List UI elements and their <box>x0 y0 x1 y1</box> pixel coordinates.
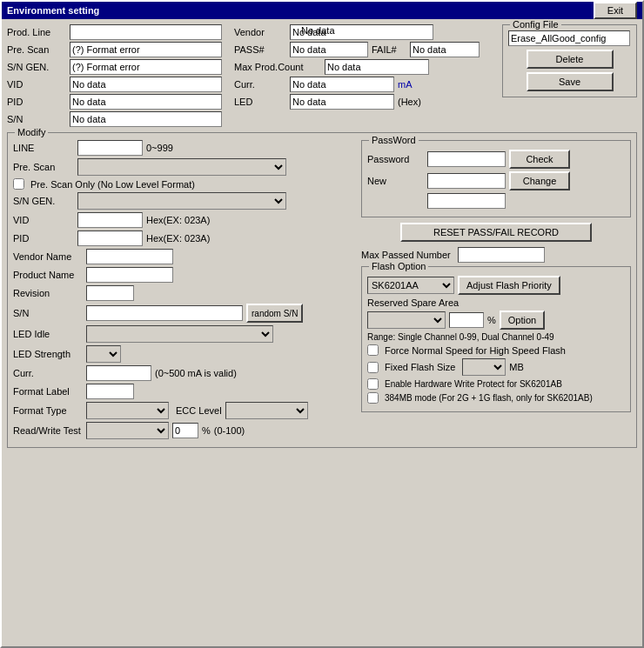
exit-button[interactable]: Exit <box>594 2 637 19</box>
line-row: LINE 0~999 <box>13 140 356 156</box>
force-normal-checkbox[interactable] <box>367 344 379 356</box>
title-bar-buttons: Exit <box>594 2 637 19</box>
curr-label: Curr. <box>234 79 286 90</box>
pid-hint: Hex(EX: 023A) <box>146 233 210 244</box>
pass-input[interactable] <box>290 42 368 57</box>
window-title: Environment setting <box>7 5 99 16</box>
modify-pre-scan-select[interactable] <box>77 158 286 176</box>
main-window: Environment setting Exit Prod. Line Vend… <box>0 0 644 648</box>
pre-scan-input[interactable] <box>70 42 222 57</box>
config-file-input[interactable] <box>508 30 630 46</box>
range-label: Range: Single Channel 0-99, Dual Channel… <box>367 332 554 342</box>
vendor-input[interactable] <box>290 24 433 40</box>
sn-gen-input[interactable] <box>70 59 222 75</box>
curr-input[interactable] <box>290 77 394 92</box>
fixed-flash-select[interactable] <box>462 358 506 376</box>
curr-hint: (0~500 mA is valid) <box>155 368 237 378</box>
led-idle-select[interactable] <box>86 325 273 343</box>
vendor-name-input[interactable] <box>86 249 173 264</box>
reserved-spare-select[interactable] <box>367 311 446 329</box>
flash-device-select[interactable]: SK6201AA <box>367 277 454 294</box>
force-normal-label: Force Normal Speed for High Speed Flash <box>385 345 566 356</box>
max-passed-input[interactable] <box>458 247 545 263</box>
product-name-label: Product Name <box>13 270 83 280</box>
ecc-level-select[interactable] <box>225 402 308 419</box>
random-sn-button[interactable]: random S/N <box>246 304 303 323</box>
modify-sn-input[interactable] <box>86 305 243 321</box>
modify-content: LINE 0~999 Pre. Scan Pre. Scan Only (No … <box>13 140 631 442</box>
revision-input[interactable] <box>86 285 134 301</box>
line-range: 0~999 <box>146 143 173 153</box>
config-file-buttons: Delete Save <box>508 50 631 91</box>
adjust-flash-button[interactable]: Adjust Flash Priority <box>458 276 560 295</box>
led-idle-label: LED Idle <box>13 329 83 339</box>
format-type-select[interactable] <box>86 402 169 419</box>
modify-pid-input[interactable] <box>77 230 143 246</box>
max-passed-label: Max Passed Number <box>361 250 451 260</box>
modify-pre-scan-row: Pre. Scan <box>13 158 356 176</box>
modify-vid-input[interactable] <box>77 212 143 228</box>
rw-test-select[interactable] <box>86 422 169 439</box>
new-password-label: New <box>367 176 424 186</box>
max-prod-label: Max Prod.Count <box>234 62 321 72</box>
reset-button[interactable]: RESET PASS/FAIL RECORD <box>400 223 592 242</box>
revision-row: Revision <box>13 285 356 301</box>
modify-curr-row: Curr. (0~500 mA is valid) <box>13 365 356 381</box>
hw-protect-checkbox[interactable] <box>367 378 379 390</box>
led-input[interactable] <box>290 94 394 110</box>
vendor-name-row: Vendor Name <box>13 249 356 264</box>
hw-protect-row: Enable Hardware Write Protect for SK6201… <box>367 378 625 390</box>
led-strength-label: LED Strength <box>13 349 83 359</box>
modify-label: Modify <box>15 127 48 137</box>
save-button[interactable]: Save <box>527 72 614 91</box>
modify-sn-gen-row: S/N GEN. <box>13 192 356 210</box>
config-file-label: Config File <box>510 19 561 30</box>
option-button[interactable]: Option <box>500 311 545 330</box>
confirm-password-input[interactable] <box>427 193 506 209</box>
reserved-spare-value[interactable] <box>449 312 484 328</box>
max-prod-input[interactable] <box>325 59 429 75</box>
confirm-password-row <box>367 193 625 209</box>
modify-sn-label: S/N <box>13 308 83 318</box>
pass-label: PASS# <box>234 44 286 55</box>
hw-protect-label: Enable Hardware Write Protect for SK6201… <box>385 379 562 389</box>
change-button[interactable]: Change <box>509 171 570 190</box>
check-button[interactable]: Check <box>509 150 570 169</box>
line-input[interactable] <box>77 140 143 156</box>
led-label: LED <box>234 97 286 107</box>
pre-scan-only-checkbox[interactable] <box>13 178 24 190</box>
modify-pid-row: PID Hex(EX: 023A) <box>13 230 356 246</box>
format-label-input[interactable] <box>86 384 134 399</box>
fail-input[interactable] <box>410 42 480 57</box>
led-strength-select[interactable] <box>86 345 121 363</box>
rw-test-value[interactable] <box>172 423 198 438</box>
led-unit: (Hex) <box>398 97 421 107</box>
flash-option-group: Flash Option SK6201AA Adjust Flash Prior… <box>361 266 631 412</box>
format-type-label: Format Type <box>13 405 83 416</box>
modify-right: PassWord Password Check New Change <box>361 140 631 442</box>
modify-sn-gen-select[interactable] <box>77 192 286 210</box>
pre-scan-only-label: Pre. Scan Only (No Low Level Format) <box>30 179 195 190</box>
new-password-input[interactable] <box>427 173 506 189</box>
prod-line-input[interactable] <box>70 24 222 40</box>
mode-384-checkbox[interactable] <box>367 392 379 404</box>
vid-input[interactable] <box>70 77 222 92</box>
fail-label: FAIL# <box>372 44 406 55</box>
pid-input[interactable] <box>70 94 222 110</box>
sn-input[interactable] <box>70 111 222 127</box>
range-row: Range: Single Channel 0-99, Dual Channel… <box>367 332 625 342</box>
sn-row: S/N <box>7 111 599 127</box>
percent-unit: % <box>487 315 496 325</box>
modify-section: Modify LINE 0~999 Pre. Scan <box>7 132 637 448</box>
revision-label: Revision <box>13 288 83 298</box>
delete-button[interactable]: Delete <box>527 50 614 69</box>
pid-label: PID <box>7 97 66 107</box>
password-input[interactable] <box>427 151 506 167</box>
sn-label: S/N <box>7 114 66 124</box>
product-name-input[interactable] <box>86 267 173 283</box>
fixed-flash-checkbox[interactable] <box>367 362 379 373</box>
prod-line-label: Prod. Line <box>7 27 66 37</box>
modify-curr-input[interactable] <box>86 365 151 381</box>
modify-vid-row: VID Hex(EX: 023A) <box>13 212 356 228</box>
format-label-label: Format Label <box>13 386 83 397</box>
